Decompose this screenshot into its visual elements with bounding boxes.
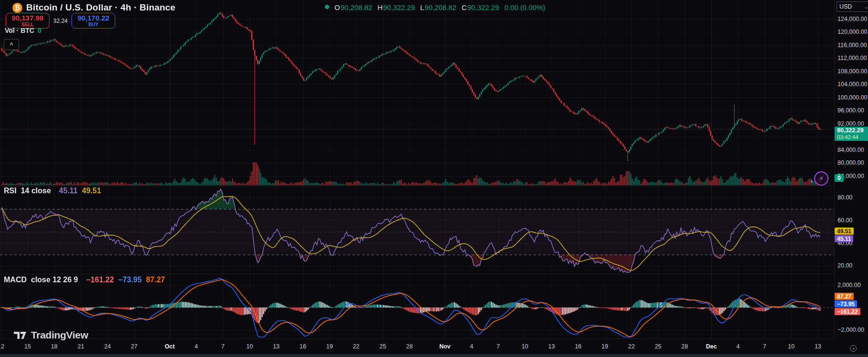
time-axis-label: 25 — [655, 343, 661, 350]
time-axis-label: 18 — [51, 343, 58, 350]
current-price-badge: 90,322.29 03:42:44 — [835, 127, 868, 141]
macd-signal-value: 87.27 — [146, 276, 165, 284]
time-axis-label: 19 — [326, 343, 333, 350]
ohlc-row: O90,208.82 H90,322.29 L90,208.82 C90,322… — [334, 3, 545, 11]
pane-collapse-button[interactable]: ^ — [4, 39, 19, 50]
time-axis-label: 13 — [273, 343, 280, 350]
spread-value: 32.24 — [50, 18, 71, 24]
time-axis-label: 25 — [380, 343, 386, 350]
macd-params: close 12 26 9 — [31, 276, 78, 284]
close-value: 90,322.29 — [467, 3, 499, 11]
time-axis-label: 10 — [788, 343, 795, 350]
bitcoin-icon: ₿ — [12, 3, 22, 13]
rsi-params: 14 close — [21, 187, 51, 195]
boost-lightning-icon[interactable]: ⚡ — [814, 171, 828, 186]
time-axis-label: 13 — [548, 343, 555, 350]
chevron-down-icon: ⌄ — [864, 4, 868, 10]
price-axis-label: 124,000.00 — [838, 16, 868, 22]
time-axis-label: 28 — [681, 343, 688, 350]
market-status-dot-icon — [325, 5, 329, 9]
buy-label: BUY — [88, 22, 98, 28]
rsi-axis-label: 20.00 — [838, 262, 852, 269]
chart-canvas[interactable] — [0, 0, 834, 338]
macd-title: MACD — [4, 276, 27, 284]
time-axis-label: Oct — [165, 343, 175, 350]
rsi-title: RSI — [4, 187, 17, 195]
time-axis-label: 12 — [0, 343, 4, 350]
time-axis-label: 16 — [300, 343, 306, 350]
time-axis-label: 22 — [353, 343, 360, 350]
window-bottom-edge — [0, 354, 868, 357]
tradingview-chart-window: ₿ Bitcoin / U.S. Dollar · 4h · Binance O… — [0, 0, 868, 357]
price-axis-label: 92,000.00 — [838, 120, 864, 127]
time-axis-label: 16 — [575, 343, 582, 350]
price-axis-label: 108,000.00 — [838, 68, 868, 75]
price-axis-label: 112,000.00 — [838, 55, 867, 61]
volume-value-badge: 0 — [835, 174, 844, 182]
rsi-legend[interactable]: RSI 14 close 45.11 49.51 — [4, 187, 101, 195]
macd-legend[interactable]: MACD close 12 26 9 −161.22 −73.95 87.27 — [4, 276, 165, 284]
sell-price: 90,137.98 — [12, 14, 44, 22]
time-axis-label: 7 — [496, 343, 500, 350]
pane-divider[interactable] — [0, 186, 834, 186]
price-axis-divider — [834, 0, 835, 338]
buy-price: 90,170.22 — [78, 14, 110, 22]
time-axis-label: 10 — [246, 343, 253, 350]
close-label: C — [462, 3, 467, 11]
symbol-title[interactable]: Bitcoin / U.S. Dollar · 4h · Binance — [26, 2, 175, 13]
currency-dropdown[interactable]: USD ⌄ — [837, 1, 868, 12]
high-label: H — [377, 3, 383, 11]
clock-icon[interactable] — [850, 345, 857, 352]
price-axis-label: 80,000.00 — [838, 159, 864, 166]
macd-value-badge: −73.95 — [835, 300, 857, 307]
time-axis-label: 22 — [628, 343, 635, 350]
chevron-up-icon: ^ — [10, 42, 13, 48]
open-value: 90,208.82 — [341, 3, 373, 11]
tradingview-mark-icon — [12, 329, 28, 341]
time-axis-label: Nov — [439, 343, 451, 350]
time-axis-label: 28 — [406, 343, 413, 350]
price-axis-label: 116,000.00 — [838, 42, 867, 49]
macd-value: −73.95 — [118, 276, 141, 284]
rsi-axis-label: 60.00 — [838, 217, 852, 224]
price-axis-label: 84,000.00 — [838, 147, 864, 153]
time-axis-label: 15 — [24, 343, 31, 350]
time-axis-label: 7 — [763, 343, 767, 350]
macd-hist-badge: −161.22 — [835, 308, 860, 315]
buy-button[interactable]: 90,170.22 BUY — [71, 13, 115, 29]
macd-axis-label: −2,000.00 — [838, 327, 864, 333]
time-axis-label: 7 — [222, 343, 225, 350]
time-axis-label: 4 — [195, 343, 198, 350]
price-axis-label: 100,000.00 — [838, 94, 868, 101]
price-axis-label: 96,000.00 — [838, 107, 864, 114]
rsi-ma-value: 49.51 — [82, 187, 101, 195]
low-value: 90,208.82 — [424, 3, 456, 11]
currency-value: USD — [839, 3, 852, 10]
time-axis-label: 10 — [522, 343, 528, 350]
tradingview-logo[interactable]: TradingView — [12, 329, 88, 341]
rsi-value: 45.11 — [59, 187, 78, 195]
high-value: 90,322.29 — [383, 3, 415, 11]
low-label: L — [420, 3, 424, 11]
time-axis-label: 21 — [78, 343, 84, 350]
tradingview-logo-text: TradingView — [31, 329, 88, 341]
volume-label: Vol · BTC — [5, 27, 34, 34]
macd-axis-label: 2,000.00 — [838, 282, 861, 288]
time-axis-label: 4 — [470, 343, 473, 350]
rsi-ma-badge: 49.51 — [835, 228, 854, 235]
current-price-value: 90,322.29 — [837, 127, 864, 134]
time-axis-divider — [0, 338, 834, 339]
price-axis-label: 120,000.00 — [838, 29, 868, 35]
sparkle-icon: ✦ — [810, 179, 814, 184]
volume-legend[interactable]: Vol · BTC0 — [5, 27, 41, 34]
symbol-header: ₿ Bitcoin / U.S. Dollar · 4h · Binance — [12, 1, 175, 14]
macd-signal-badge: 87.27 — [835, 293, 854, 300]
volume-value: 0 — [38, 27, 41, 34]
pane-divider[interactable] — [0, 274, 834, 274]
price-axis-label: 104,000.00 — [838, 81, 868, 88]
macd-hist-value: −161.22 — [86, 276, 114, 284]
time-axis-label: 19 — [602, 343, 608, 350]
candle-countdown: 03:42:44 — [837, 134, 858, 140]
open-label: O — [334, 3, 340, 11]
time-axis-label: 24 — [104, 343, 111, 350]
